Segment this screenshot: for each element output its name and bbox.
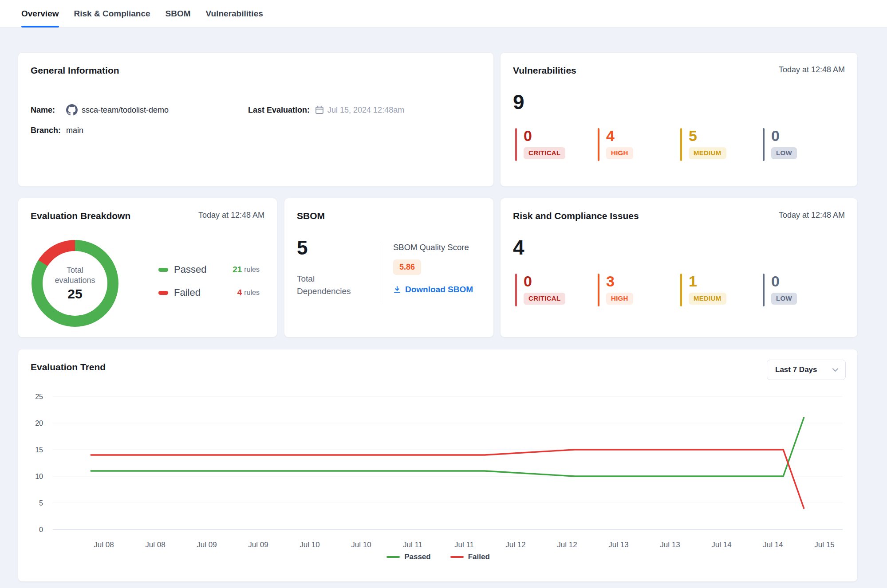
tab-vulnerabilities[interactable]: Vulnerabilities bbox=[206, 0, 263, 27]
x-axis-tick: Jul 08 bbox=[145, 541, 165, 549]
severity-badge: MEDIUM bbox=[689, 147, 726, 159]
trend-line-passed bbox=[91, 418, 804, 476]
active-tab-underline bbox=[21, 26, 59, 27]
x-axis-tick: Jul 08 bbox=[94, 541, 114, 549]
y-axis-tick: 10 bbox=[35, 473, 43, 480]
risk-compliance-total: 4 bbox=[501, 237, 857, 258]
y-axis-tick: 25 bbox=[35, 393, 43, 400]
severity-badge: CRITICAL bbox=[524, 147, 565, 159]
severity-count: 0 bbox=[524, 128, 565, 143]
sbom-card: SBOM 5 Total Dependencies SBOM Quality S… bbox=[284, 198, 494, 337]
vertical-divider bbox=[380, 242, 380, 304]
severity-count: 1 bbox=[689, 274, 726, 289]
y-axis-tick: 5 bbox=[39, 499, 43, 507]
severity-low: 0 LOW bbox=[763, 274, 845, 306]
severity-badge: HIGH bbox=[606, 293, 633, 305]
evaluation-breakdown-title: Evaluation Breakdown bbox=[31, 211, 130, 221]
total-dependencies-label: Total Dependencies bbox=[297, 273, 355, 297]
trend-legend-failed[interactable]: Failed bbox=[450, 553, 490, 561]
severity-low: 0 LOW bbox=[763, 128, 845, 161]
trend-chart: 0510152025Jul 08Jul 08Jul 09Jul 09Jul 10… bbox=[18, 385, 858, 576]
sbom-title: SBOM bbox=[297, 211, 325, 221]
tab-bar: Overview Risk & Compliance SBOM Vulnerab… bbox=[0, 0, 887, 27]
risk-severity-row: 0 CRITICAL 3 HIGH 1 MEDIUM 0 LOW bbox=[501, 274, 857, 306]
severity-badge: LOW bbox=[771, 147, 797, 159]
evaluations-donut-chart: Total evaluations 25 bbox=[32, 240, 118, 327]
vulnerabilities-timestamp: Today at 12:48 AM bbox=[779, 65, 845, 74]
trend-legend-passed[interactable]: Passed bbox=[386, 553, 431, 561]
legend-item-failed[interactable]: Failed 4 rules bbox=[158, 287, 260, 298]
vulnerabilities-total: 9 bbox=[501, 92, 857, 112]
branch-value: main bbox=[66, 126, 83, 135]
y-axis-tick: 20 bbox=[35, 419, 43, 427]
tab-vulnerabilities-label: Vulnerabilities bbox=[206, 9, 263, 19]
repo-name-value: ssca-team/todolist-demo bbox=[66, 104, 169, 116]
evaluation-legend: Passed 21 rules Failed 4 rules bbox=[158, 264, 260, 310]
download-sbom-link[interactable]: Download SBOM bbox=[393, 285, 473, 294]
severity-bar bbox=[598, 128, 599, 161]
y-axis-tick: 0 bbox=[39, 526, 43, 533]
dashboard-page: { "tabs": { "items": [ {"label": "Overvi… bbox=[0, 0, 887, 588]
download-sbom-label: Download SBOM bbox=[405, 285, 473, 294]
vulnerabilities-severity-row: 0 CRITICAL 4 HIGH 5 MEDIUM 0 LOW bbox=[501, 128, 857, 161]
vulnerabilities-title: Vulnerabilities bbox=[513, 65, 576, 76]
donut-total-value: 25 bbox=[67, 286, 82, 302]
trend-range-select[interactable]: Last 7 Days bbox=[767, 360, 846, 380]
risk-compliance-title: Risk and Compliance Issues bbox=[513, 211, 639, 221]
trend-legend-failed-label: Failed bbox=[468, 553, 490, 561]
severity-bar bbox=[763, 128, 765, 161]
name-label: Name: bbox=[31, 106, 66, 115]
x-axis-tick: Jul 11 bbox=[403, 541, 422, 549]
tab-overview[interactable]: Overview bbox=[21, 0, 59, 27]
severity-count: 0 bbox=[771, 274, 797, 289]
severity-bar bbox=[598, 274, 599, 306]
tab-sbom-label: SBOM bbox=[166, 9, 191, 19]
tab-sbom[interactable]: SBOM bbox=[166, 0, 191, 27]
vulnerabilities-card: Vulnerabilities Today at 12:48 AM 9 0 CR… bbox=[500, 52, 858, 187]
passed-count: 21 bbox=[233, 265, 242, 274]
severity-high: 3 HIGH bbox=[598, 274, 680, 306]
failed-line-swatch bbox=[450, 556, 464, 558]
severity-critical: 0 CRITICAL bbox=[515, 274, 598, 306]
evaluation-trend-card: Evaluation Trend Last 7 Days 0510152025J… bbox=[18, 349, 858, 582]
passed-unit: rules bbox=[244, 266, 260, 274]
risk-compliance-card: Risk and Compliance Issues Today at 12:4… bbox=[500, 198, 858, 337]
repo-name-text: ssca-team/todolist-demo bbox=[82, 106, 169, 115]
calendar-icon bbox=[315, 106, 324, 114]
tab-risk-compliance[interactable]: Risk & Compliance bbox=[74, 0, 150, 27]
severity-badge: LOW bbox=[771, 293, 797, 305]
severity-badge: CRITICAL bbox=[524, 293, 565, 305]
x-axis-tick: Jul 11 bbox=[454, 541, 474, 549]
x-axis-tick: Jul 13 bbox=[660, 541, 680, 549]
failed-pill bbox=[158, 291, 168, 295]
download-icon bbox=[393, 286, 401, 294]
severity-count: 0 bbox=[771, 128, 797, 143]
passed-pill bbox=[158, 268, 168, 272]
severity-count: 4 bbox=[606, 128, 633, 143]
failed-unit: rules bbox=[244, 289, 260, 297]
last-evaluation-label: Last Evaluation: bbox=[248, 106, 310, 115]
y-axis-tick: 15 bbox=[35, 446, 43, 454]
tab-overview-label: Overview bbox=[21, 9, 59, 19]
donut-center: Total evaluations 25 bbox=[43, 251, 107, 316]
x-axis-tick: Jul 15 bbox=[814, 541, 834, 549]
severity-medium: 1 MEDIUM bbox=[680, 274, 763, 306]
x-axis-tick: Jul 12 bbox=[557, 541, 577, 549]
severity-medium: 5 MEDIUM bbox=[680, 128, 763, 161]
general-information-card: General Information Name: ssca-team/todo… bbox=[18, 52, 494, 187]
severity-critical: 0 CRITICAL bbox=[515, 128, 598, 161]
severity-bar bbox=[515, 274, 517, 306]
trend-chart-svg: 0510152025Jul 08Jul 08Jul 09Jul 09Jul 10… bbox=[18, 385, 858, 576]
trend-line-failed bbox=[91, 450, 804, 508]
severity-high: 4 HIGH bbox=[598, 128, 680, 161]
severity-count: 0 bbox=[524, 274, 565, 289]
evaluation-trend-title: Evaluation Trend bbox=[31, 362, 106, 372]
x-axis-tick: Jul 09 bbox=[248, 541, 268, 549]
legend-item-passed[interactable]: Passed 21 rules bbox=[158, 264, 260, 275]
total-dependencies-value: 5 bbox=[297, 238, 307, 258]
donut-center-label: Total evaluations bbox=[49, 265, 101, 286]
severity-bar bbox=[680, 128, 682, 161]
passed-line-swatch bbox=[386, 556, 400, 558]
donut-ring: Total evaluations 25 bbox=[32, 240, 118, 327]
general-information-title: General Information bbox=[31, 65, 119, 76]
